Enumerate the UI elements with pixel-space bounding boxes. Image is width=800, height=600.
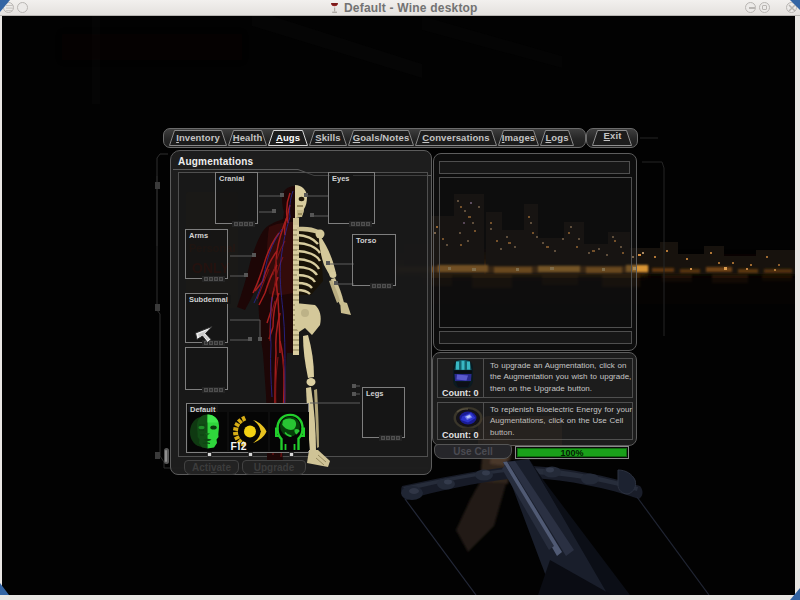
svg-text:Fl2: Fl2 xyxy=(231,440,248,451)
